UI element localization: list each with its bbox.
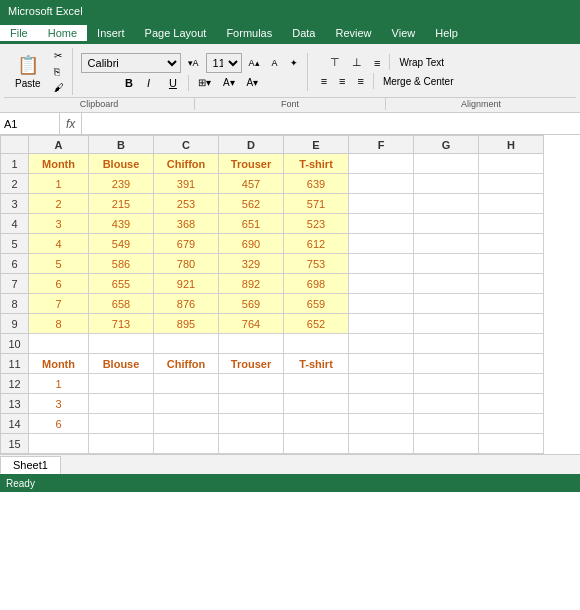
menu-insert[interactable]: Insert <box>87 25 135 41</box>
cell-b2[interactable]: 239 <box>89 174 154 194</box>
cell-b12[interactable] <box>89 374 154 394</box>
cell-d7[interactable]: 892 <box>219 274 284 294</box>
menu-help[interactable]: Help <box>425 25 468 41</box>
row-num-1[interactable]: 1 <box>1 154 29 174</box>
name-box[interactable]: A1 <box>0 113 60 134</box>
cell-a8[interactable]: 7 <box>29 294 89 314</box>
col-header-h[interactable]: H <box>479 136 544 154</box>
cell-e12[interactable] <box>284 374 349 394</box>
cell-h15[interactable] <box>479 434 544 454</box>
cell-b3[interactable]: 215 <box>89 194 154 214</box>
wrap-text-button[interactable]: Wrap Text <box>394 54 449 71</box>
row-num-13[interactable]: 13 <box>1 394 29 414</box>
cell-g7[interactable] <box>414 274 479 294</box>
align-middle-button[interactable]: ⊥ <box>347 54 367 71</box>
cell-f5[interactable] <box>349 234 414 254</box>
menu-page-layout[interactable]: Page Layout <box>135 25 217 41</box>
cell-a9[interactable]: 8 <box>29 314 89 334</box>
cell-b1[interactable]: Blouse <box>89 154 154 174</box>
col-header-e[interactable]: E <box>284 136 349 154</box>
menu-review[interactable]: Review <box>325 25 381 41</box>
cell-a15[interactable] <box>29 434 89 454</box>
underline-button[interactable]: U <box>164 75 184 91</box>
cell-g11[interactable] <box>414 354 479 374</box>
cell-b14[interactable] <box>89 414 154 434</box>
cell-c6[interactable]: 780 <box>154 254 219 274</box>
row-num-9[interactable]: 9 <box>1 314 29 334</box>
cell-c15[interactable] <box>154 434 219 454</box>
cell-g6[interactable] <box>414 254 479 274</box>
cell-g5[interactable] <box>414 234 479 254</box>
cell-e15[interactable] <box>284 434 349 454</box>
cell-h12[interactable] <box>479 374 544 394</box>
cell-c12[interactable] <box>154 374 219 394</box>
cell-e6[interactable]: 753 <box>284 254 349 274</box>
cell-h6[interactable] <box>479 254 544 274</box>
cell-b9[interactable]: 713 <box>89 314 154 334</box>
cell-c9[interactable]: 895 <box>154 314 219 334</box>
cell-d1[interactable]: Trouser <box>219 154 284 174</box>
cell-f14[interactable] <box>349 414 414 434</box>
clear-format-button[interactable]: ✦ <box>285 56 303 70</box>
row-num-5[interactable]: 5 <box>1 234 29 254</box>
cell-g12[interactable] <box>414 374 479 394</box>
cell-d15[interactable] <box>219 434 284 454</box>
cell-a2[interactable]: 1 <box>29 174 89 194</box>
cell-c7[interactable]: 921 <box>154 274 219 294</box>
menu-view[interactable]: View <box>382 25 426 41</box>
cell-b13[interactable] <box>89 394 154 414</box>
cell-h1[interactable] <box>479 154 544 174</box>
italic-button[interactable]: I <box>142 75 162 91</box>
align-center-button[interactable]: ≡ <box>334 73 350 89</box>
cell-d3[interactable]: 562 <box>219 194 284 214</box>
font-color-button[interactable]: A▾ <box>242 75 264 90</box>
increase-font-btn2[interactable]: A <box>267 56 283 70</box>
cell-d4[interactable]: 651 <box>219 214 284 234</box>
cell-h8[interactable] <box>479 294 544 314</box>
cell-a1[interactable]: Month <box>29 154 89 174</box>
cell-e8[interactable]: 659 <box>284 294 349 314</box>
cell-e13[interactable] <box>284 394 349 414</box>
sheet-tab-1[interactable]: Sheet1 <box>0 456 61 474</box>
cell-a6[interactable]: 5 <box>29 254 89 274</box>
cell-h9[interactable] <box>479 314 544 334</box>
cell-f6[interactable] <box>349 254 414 274</box>
cell-g15[interactable] <box>414 434 479 454</box>
cell-c13[interactable] <box>154 394 219 414</box>
cell-h2[interactable] <box>479 174 544 194</box>
cell-e3[interactable]: 571 <box>284 194 349 214</box>
cell-h14[interactable] <box>479 414 544 434</box>
cell-h7[interactable] <box>479 274 544 294</box>
cell-h3[interactable] <box>479 194 544 214</box>
cell-c5[interactable]: 679 <box>154 234 219 254</box>
cell-e10[interactable] <box>284 334 349 354</box>
cell-f2[interactable] <box>349 174 414 194</box>
cell-e14[interactable] <box>284 414 349 434</box>
col-header-b[interactable]: B <box>89 136 154 154</box>
row-num-12[interactable]: 12 <box>1 374 29 394</box>
cell-g10[interactable] <box>414 334 479 354</box>
cell-d2[interactable]: 457 <box>219 174 284 194</box>
font-size-select[interactable]: 11 <box>206 53 242 73</box>
cell-b6[interactable]: 586 <box>89 254 154 274</box>
menu-home[interactable]: Home <box>38 25 87 41</box>
cell-f12[interactable] <box>349 374 414 394</box>
cell-g8[interactable] <box>414 294 479 314</box>
font-family-select[interactable]: Calibri <box>81 53 181 73</box>
menu-file[interactable]: File <box>0 25 38 41</box>
cell-e9[interactable]: 652 <box>284 314 349 334</box>
cell-f15[interactable] <box>349 434 414 454</box>
cell-f3[interactable] <box>349 194 414 214</box>
cell-g2[interactable] <box>414 174 479 194</box>
cell-e5[interactable]: 612 <box>284 234 349 254</box>
cell-a4[interactable]: 3 <box>29 214 89 234</box>
cell-c1[interactable]: Chiffon <box>154 154 219 174</box>
cell-a5[interactable]: 4 <box>29 234 89 254</box>
cell-g14[interactable] <box>414 414 479 434</box>
formula-input[interactable] <box>82 113 580 134</box>
row-num-7[interactable]: 7 <box>1 274 29 294</box>
cell-f9[interactable] <box>349 314 414 334</box>
border-button[interactable]: ⊞▾ <box>193 75 216 90</box>
cell-g13[interactable] <box>414 394 479 414</box>
col-header-d[interactable]: D <box>219 136 284 154</box>
